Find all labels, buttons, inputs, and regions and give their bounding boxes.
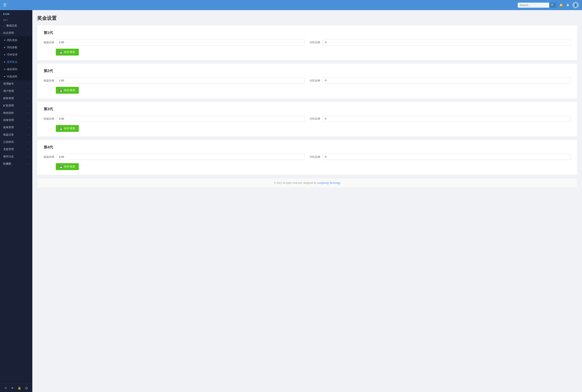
- dot-icon: [4, 47, 5, 48]
- sidebar-item-announcements[interactable]: 公告快讯 ›: [0, 138, 32, 146]
- label: 用户管理: [3, 89, 14, 93]
- sidebar-item-earnings-log[interactable]: 收益记录 ›: [0, 131, 32, 138]
- label: 操作日志: [3, 155, 14, 158]
- bell-icon[interactable]: 🔔: [559, 3, 563, 7]
- gen-4-dividend-input[interactable]: [323, 154, 571, 160]
- sidebar-item-team-reward[interactable]: 团队奖励: [0, 36, 32, 44]
- sidebar-item-sys-params[interactable]: 系统参数: [0, 44, 32, 51]
- gen-1-yield-group: 收益比例: [44, 39, 305, 46]
- sidebar-item-carousel[interactable]: 轮播图 ›: [0, 160, 32, 168]
- sidebar-item-turntable[interactable]: 转盘抽奖: [0, 73, 32, 80]
- label: 财务管理: [3, 96, 14, 100]
- label: 管理账号: [3, 82, 14, 86]
- expand-icon[interactable]: ✥: [566, 3, 569, 7]
- chevron-right-icon: ›: [28, 97, 29, 100]
- gen-4-title: 第4代: [44, 145, 571, 150]
- gen-2-save-button[interactable]: 💾 保存/更新: [56, 87, 79, 94]
- gen-2-yield-group: 收益比例: [44, 77, 305, 84]
- gen-4-save-button[interactable]: 💾 保存/更新: [56, 163, 79, 170]
- sidebar-item-user-mgmt[interactable]: 用户管理 ›: [0, 88, 32, 95]
- sidebar-footer: ⚙ ✥ 🔒 ⏻: [0, 384, 32, 392]
- label: 充提管理: [3, 148, 14, 151]
- dot-icon: [4, 69, 5, 70]
- gen-4-card: 第4代 收益比例 分红比例 💾 保存/更新: [37, 140, 577, 175]
- gen-1-title: 第1代: [44, 30, 571, 35]
- gen-3-dividend-group: 分红比例: [310, 116, 571, 122]
- gen-2-save-label: 保存/更新: [64, 88, 75, 92]
- gen-3-save-button[interactable]: 💾 保存/更新: [56, 125, 79, 132]
- label: 转盘抽奖: [7, 75, 17, 78]
- fullscreen-icon[interactable]: ✥: [11, 386, 14, 390]
- avatar-letter: 👤: [574, 4, 577, 7]
- gen-1-yield-label: 收益比例: [44, 40, 54, 44]
- label: 修改密码: [7, 68, 17, 71]
- gen-2-yield-label: 收益比例: [44, 79, 54, 82]
- chevron-right-icon: ›: [28, 141, 29, 143]
- chevron-right-icon: ›: [28, 82, 29, 85]
- save-icon: 💾: [60, 127, 63, 130]
- label: 系统参数: [7, 46, 17, 49]
- settings-icon[interactable]: ⚙: [5, 386, 7, 390]
- search-input[interactable]: [518, 3, 550, 8]
- dot-icon: [4, 62, 5, 62]
- sidebar-section-label: BAT: [0, 17, 32, 22]
- gen-3-yield-group: 收益比例: [44, 116, 305, 122]
- power-icon[interactable]: ⏻: [25, 386, 28, 390]
- gen-1-form-row: 收益比例 分红比例: [44, 39, 571, 46]
- gen-4-yield-group: 收益比例: [44, 154, 305, 160]
- sidebar-item-site-manage[interactable]: 站点管理 ⌄: [0, 29, 32, 36]
- gen-4-form-row: 收益比例 分红比例: [44, 154, 571, 160]
- gen-3-form-row: 收益比例 分红比例: [44, 116, 571, 122]
- gen-3-dividend-input[interactable]: [323, 116, 571, 122]
- topbar: ☰ 🔍 🔔 ✥ 👤: [0, 0, 582, 10]
- label: 推荐奖金: [7, 60, 17, 64]
- gen-3-yield-label: 收益比例: [44, 117, 54, 120]
- footer-link[interactable]: LongXiang Technolgy: [317, 182, 340, 184]
- topbar-left: ☰: [3, 3, 7, 7]
- sidebar-item-wallet-transfer[interactable]: 钱包划转 ›: [0, 109, 32, 116]
- sidebar-item-recharge-mgmt[interactable]: 充提管理 ›: [0, 146, 32, 153]
- chevron-right-icon: ›: [28, 126, 29, 129]
- dot-icon: [4, 76, 5, 77]
- gen-2-dividend-input[interactable]: [323, 77, 571, 84]
- gen-4-yield-input[interactable]: [57, 154, 305, 160]
- gen-4-yield-label: 收益比例: [44, 155, 54, 159]
- sidebar-item-account-mgmt[interactable]: 管理账号 ›: [0, 80, 32, 88]
- gen-4-dividend-group: 分红比例: [310, 154, 571, 160]
- gen-1-dividend-input[interactable]: [323, 39, 571, 46]
- avatar[interactable]: 👤: [572, 2, 579, 8]
- search-wrapper: 🔍: [518, 3, 556, 8]
- sidebar-item-change-pwd[interactable]: 修改密码: [0, 66, 32, 73]
- gen-3-save-label: 保存/更新: [64, 127, 75, 130]
- sidebar-item-order-mgmt[interactable]: 排单管理 ›: [0, 116, 32, 124]
- sidebar-item-home[interactable]: ⌂ 数据总览: [0, 22, 32, 29]
- gen-1-save-button[interactable]: 💾 保存/更新: [56, 49, 79, 56]
- gen-3-title: 第3代: [44, 107, 571, 112]
- label: 收益记录: [3, 133, 14, 136]
- sidebar-item-operation-log[interactable]: 操作日志 ›: [0, 153, 32, 160]
- sidebar-item-referral-bonus[interactable]: 推荐奖金: [0, 58, 32, 66]
- label: 钱包划转: [3, 111, 14, 115]
- dot-icon: [4, 40, 5, 41]
- gen-2-form-row: 收益比例 分红比例: [44, 77, 571, 84]
- sidebar-item-rush-order[interactable]: 抢单管理 ›: [0, 124, 32, 131]
- label: 公告快讯: [3, 140, 14, 144]
- footer: © 2021 All rights reserved. designed by …: [37, 178, 577, 188]
- gen-3-card: 第3代 收益比例 分红比例 💾 保存/更新: [37, 102, 577, 137]
- label: 轮播图: [3, 162, 11, 166]
- gen-1-yield-input[interactable]: [57, 39, 305, 46]
- sidebar-item-finance-mgmt[interactable]: 财务管理 ›: [0, 95, 32, 102]
- chevron-right-icon: ›: [28, 148, 29, 150]
- lock-icon[interactable]: 🔒: [18, 386, 21, 390]
- chevron-right-icon: ›: [28, 119, 29, 122]
- gen-3-yield-input[interactable]: [57, 116, 305, 122]
- avatar-image: 👤: [572, 2, 579, 8]
- chevron-down-icon: ⌄: [27, 32, 29, 34]
- sidebar-item-coin-mgmt[interactable]: 币种管理: [0, 51, 32, 58]
- sidebar-item-miner-mgmt[interactable]: 矿机管理 ›: [0, 102, 32, 109]
- menu-toggle-icon[interactable]: ☰: [3, 3, 7, 7]
- gen-2-yield-input[interactable]: [57, 77, 305, 84]
- search-button[interactable]: 🔍: [549, 3, 556, 8]
- sidebar-submenu-site: 团队奖励 系统参数 币种管理 推荐奖金 修改密码 转盘抽奖: [0, 36, 32, 80]
- sidebar-home-label: 数据总览: [7, 24, 17, 28]
